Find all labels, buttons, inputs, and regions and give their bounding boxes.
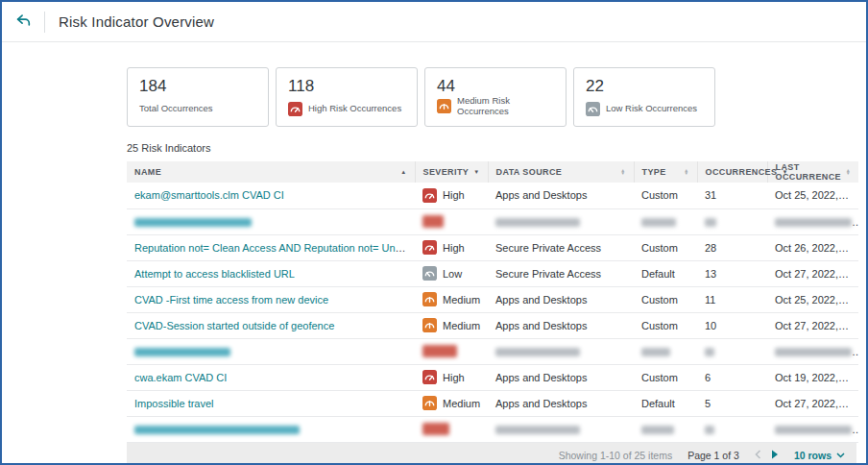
type-cell: Default	[634, 260, 697, 286]
sort-both-icon: ▲▼	[684, 169, 688, 176]
severity-gauge-icon	[586, 102, 600, 116]
column-header-data-source[interactable]: DATA SOURCE▲▼	[488, 161, 634, 183]
risk-indicator-link[interactable]	[134, 216, 252, 228]
summary-card[interactable]: 44 Medium Risk Occurrences	[424, 67, 567, 127]
data-source-cell: Apps and Desktops	[488, 390, 634, 416]
table-row	[127, 208, 858, 234]
severity-cell	[415, 338, 488, 364]
table-row: CVAD-Session started outside of geofence…	[127, 312, 858, 338]
data-source-cell: Apps and Desktops	[488, 183, 634, 208]
severity-cell: Medium	[415, 286, 488, 312]
table-row	[127, 338, 858, 364]
redacted-bar	[134, 426, 300, 434]
severity-cell: Low	[415, 260, 488, 286]
occurrences-cell: 11	[697, 286, 767, 312]
data-source-cell	[488, 338, 634, 364]
occurrences-cell: 10	[697, 312, 767, 338]
redacted-bar	[775, 426, 852, 434]
next-page-button[interactable]	[771, 450, 779, 461]
data-source-cell: Apps and Desktops	[488, 312, 634, 338]
name-cell: cwa.ekam CVAD CI	[127, 364, 415, 390]
last-occurrence-cell: Oct 25, 2022, 13:35	[767, 286, 858, 312]
severity-label: Medium	[443, 294, 480, 306]
table-row: cwa.ekam CVAD CI High Apps and Desktops …	[127, 364, 858, 390]
page-title: Risk Indicator Overview	[59, 13, 214, 30]
occurrences-cell: 5	[697, 390, 767, 416]
sort-ascending-icon: ▲	[400, 169, 406, 175]
risk-indicator-link[interactable]: Reputation not= Clean Access AND Reputat…	[134, 242, 415, 254]
redacted-bar	[705, 348, 714, 356]
table-row: Impossible travel Medium Apps and Deskto…	[127, 390, 858, 416]
card-value: 184	[139, 77, 256, 96]
summary-card[interactable]: 22 Low Risk Occurrences	[573, 67, 715, 127]
card-label: Medium Risk Occurrences	[457, 96, 554, 116]
column-header-severity[interactable]: SEVERITY▼	[415, 161, 488, 183]
last-occurrence-cell: Oct 25, 2022, 17:08	[767, 183, 858, 208]
risk-indicator-link[interactable]: cwa.ekam CVAD CI	[134, 372, 227, 383]
column-header-name[interactable]: NAME▲	[127, 161, 415, 183]
filter-caret-icon: ▼	[473, 169, 479, 175]
card-label: Total Occurrences	[139, 104, 213, 113]
main-content: 184 Total Occurrences 118 High Risk Occu…	[2, 42, 866, 465]
redacted-bar	[641, 348, 670, 356]
severity-gauge-icon	[422, 396, 437, 410]
severity-label: High	[443, 242, 465, 254]
card-label: High Risk Occurrences	[308, 104, 401, 113]
type-cell: Custom	[634, 364, 697, 390]
chevron-down-icon	[836, 453, 845, 458]
severity-cell: Medium	[415, 390, 488, 416]
name-cell	[127, 416, 415, 442]
pagination-controls	[755, 450, 779, 461]
occurrences-cell	[697, 338, 767, 364]
redacted-bar	[775, 348, 852, 356]
table-row: CVAD -First time access from new device …	[127, 286, 858, 312]
occurrences-cell	[697, 208, 767, 234]
risk-indicator-link[interactable]: Impossible travel	[134, 398, 214, 409]
summary-card[interactable]: 184 Total Occurrences	[127, 67, 269, 127]
risk-indicator-link[interactable]: Attempt to access blacklisted URL	[134, 268, 295, 280]
summary-card[interactable]: 118 High Risk Occurrences	[276, 67, 418, 127]
severity-label: Low	[443, 268, 462, 280]
name-cell: ekam@smarttools.clm CVAD CI	[127, 183, 415, 208]
card-label: Low Risk Occurrences	[606, 104, 697, 113]
risk-indicator-link[interactable]: CVAD-Session started outside of geofence	[134, 320, 334, 331]
name-cell: CVAD-Session started outside of geofence	[127, 312, 415, 338]
occurrences-cell: 31	[697, 183, 767, 208]
risk-indicator-count: 25 Risk Indicators	[127, 142, 856, 154]
name-cell: Attempt to access blacklisted URL	[127, 260, 415, 286]
severity-gauge-icon	[422, 318, 437, 332]
risk-indicator-link[interactable]: ekam@smarttools.clm CVAD CI	[134, 189, 284, 201]
occurrences-cell: 13	[697, 260, 767, 286]
severity-gauge-icon	[422, 266, 437, 281]
risk-indicator-link[interactable]	[134, 424, 300, 435]
column-header-occurrences[interactable]: OCCURRENCES▼	[697, 161, 767, 183]
severity-cell: High	[415, 183, 488, 208]
severity-gauge-icon	[288, 102, 302, 116]
severity-label: Medium	[443, 398, 480, 409]
column-header-type[interactable]: TYPE▲▼	[634, 161, 697, 183]
summary-cards: 184 Total Occurrences 118 High Risk Occu…	[127, 67, 856, 127]
occurrences-cell	[697, 416, 767, 442]
risk-indicator-link[interactable]	[134, 346, 230, 357]
risk-indicator-link[interactable]: CVAD -First time access from new device	[134, 294, 328, 306]
data-source-cell: Apps and Desktops	[488, 286, 634, 312]
type-cell: Custom	[634, 312, 697, 338]
occurrences-cell: 6	[697, 364, 767, 390]
previous-page-button[interactable]	[755, 450, 761, 461]
rows-per-page-label: 10 rows	[794, 450, 832, 461]
name-cell	[127, 338, 415, 364]
last-occurrence-cell: Oct 27, 2022, 10:29	[767, 260, 858, 286]
type-cell	[634, 208, 697, 234]
redacted-bar	[495, 348, 580, 356]
type-cell	[634, 416, 697, 442]
column-header-last-occurrence[interactable]: LAST OCCURRENCE▲▼	[767, 161, 858, 183]
table-footer: Showing 1-10 of 25 items Page 1 of 3 10 …	[127, 443, 856, 465]
name-cell: CVAD -First time access from new device	[127, 286, 415, 312]
severity-label: High	[443, 189, 465, 201]
table-row	[127, 416, 858, 442]
occurrences-cell: 28	[697, 234, 767, 260]
type-cell: Custom	[634, 183, 697, 208]
back-button[interactable]	[2, 2, 44, 41]
rows-per-page-selector[interactable]: 10 rows	[794, 450, 845, 461]
table-header-row: NAME▲SEVERITY▼DATA SOURCE▲▼TYPE▲▼OCCURRE…	[127, 161, 858, 183]
